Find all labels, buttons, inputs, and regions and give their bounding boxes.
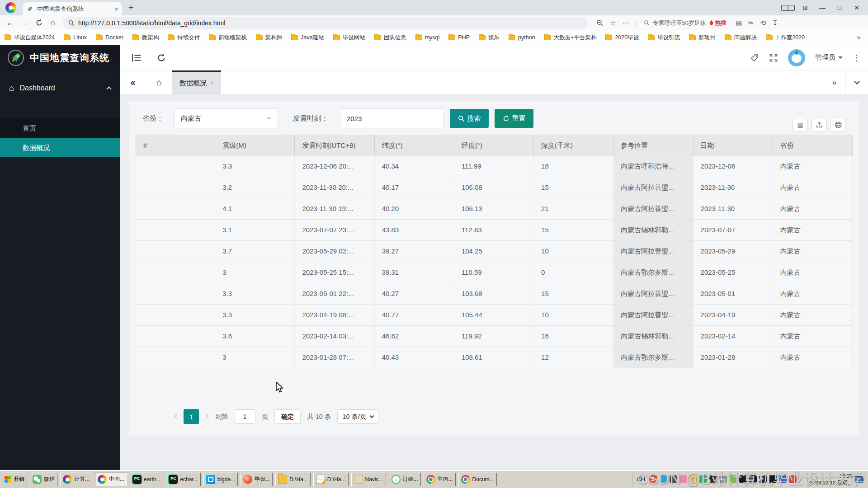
chip-icon[interactable]	[709, 475, 717, 483]
tabs-scroll-left-icon[interactable]: «	[120, 70, 146, 94]
sogou-s-icon[interactable]: S	[649, 475, 657, 483]
browser-tab[interactable]: 中国地震查询系统 ×	[23, 2, 122, 15]
hot-search[interactable]: 专家呼吁应50岁退休 热搜	[644, 19, 726, 27]
new-tab-button[interactable]: +	[128, 3, 133, 13]
bookmark-item[interactable]: 毕设网站	[333, 34, 365, 42]
fullscreen-icon[interactable]	[769, 53, 778, 62]
tabs-scroll-right-icon[interactable]: »	[823, 70, 845, 94]
reset-button[interactable]: 重置	[495, 109, 533, 128]
taskbar-app-navicat[interactable]: Navic...	[351, 473, 386, 486]
history-undo-icon[interactable]: ⟲	[760, 19, 766, 27]
download-icon[interactable]: ↧	[772, 19, 778, 27]
bookmark-item[interactable]: PHP	[448, 34, 470, 41]
security-shield-icon[interactable]	[779, 475, 787, 483]
bookmark-item[interactable]: 微架构	[132, 34, 159, 42]
monitor-icon[interactable]	[855, 476, 863, 483]
bookmark-item[interactable]: 问题解决	[725, 34, 757, 42]
current-page-button[interactable]: 1	[184, 409, 199, 424]
export-button[interactable]	[811, 118, 827, 131]
apps-grid-icon[interactable]: ▦	[736, 19, 742, 27]
prev-page-icon[interactable]: ‹	[174, 410, 177, 422]
table-row[interactable]: 3.1 2023-07-07 23:... 43.83 112.63 15 内蒙…	[136, 220, 853, 241]
phone-icon[interactable]	[670, 475, 677, 483]
column-header[interactable]: 纬度(°)	[375, 135, 454, 156]
reload-icon[interactable]	[35, 19, 43, 27]
qq-penguin-icon[interactable]	[749, 475, 757, 483]
sprout-icon[interactable]	[729, 475, 737, 483]
column-header[interactable]: 发震时刻(UTC+8)	[295, 135, 374, 156]
forward-icon[interactable]: →	[20, 18, 31, 28]
qq-penguin-icon[interactable]	[769, 475, 777, 483]
user-avatar[interactable]	[788, 49, 805, 66]
bookmark-star-icon[interactable]: ☆	[610, 19, 616, 27]
window-maximize-icon[interactable]: □	[833, 4, 846, 11]
bookmark-item[interactable]: Linux	[64, 34, 87, 41]
bookmarks-overflow-icon[interactable]: »	[854, 33, 863, 42]
taskbar-app-browser-1[interactable]: 计算...	[60, 473, 92, 486]
taskbar-app-wechat[interactable]: 微信	[30, 473, 57, 486]
column-header[interactable]: 震级(M)	[215, 135, 295, 156]
bookmark-item[interactable]: Java建站	[291, 34, 324, 42]
refresh-icon[interactable]	[157, 53, 166, 62]
table-row[interactable]: 3 2023-05-25 15:... 39.31 110.59 0 内蒙古鄂尔…	[136, 262, 853, 283]
bookmark-item[interactable]: 团队信息	[374, 34, 406, 42]
table-row[interactable]: 4.1 2023-11-30 19:... 40.20 106.13 21 内蒙…	[136, 198, 853, 220]
pink-app-icon[interactable]	[679, 475, 687, 483]
bookmark-item[interactable]: 持续交付	[168, 34, 200, 42]
back-icon[interactable]: ←	[5, 18, 15, 28]
window-info-icon[interactable]: i	[781, 4, 795, 11]
column-header[interactable]: 深度(千米)	[534, 135, 613, 156]
table-row[interactable]: 3 2023-01-28 07:... 40.43 108.61 12 内蒙古鄂…	[136, 347, 853, 368]
tab-organize-icon[interactable]: ⊞	[798, 4, 812, 11]
weather-drop-icon[interactable]	[660, 475, 667, 483]
print-button[interactable]	[830, 118, 846, 131]
column-header[interactable]: 参考位置	[613, 135, 693, 156]
kebab-menu-icon[interactable]: ⋮	[853, 53, 861, 63]
column-header[interactable]: 经度(°)	[454, 135, 534, 156]
screenshot-scissors-icon[interactable]: ✂	[748, 19, 754, 27]
user-menu[interactable]: 管理员	[815, 53, 843, 62]
time-input[interactable]: 2023	[340, 108, 444, 128]
table-row[interactable]: 3.7 2023-05-29 02:... 39.27 104.25 10 内蒙…	[136, 241, 853, 262]
bookmark-item[interactable]: 工作室2020	[766, 34, 805, 42]
tabs-menu-icon[interactable]	[845, 70, 868, 94]
column-header[interactable]: 日期	[693, 135, 773, 156]
tab-data-overview[interactable]: 数据概况 ×	[172, 70, 221, 94]
bookmark-item[interactable]: 毕设自媒体2024	[5, 34, 55, 42]
bookmark-item[interactable]: 2020毕设	[605, 34, 639, 42]
tab-close-icon[interactable]: ×	[210, 80, 214, 87]
input-method-indicator[interactable]: CH	[636, 476, 646, 483]
qq-penguin-icon[interactable]	[739, 475, 747, 483]
column-header[interactable]: 省份	[773, 135, 853, 156]
music-app-icon[interactable]	[689, 475, 697, 483]
taskbar-app-pycharm-2[interactable]: echar...	[166, 473, 200, 486]
taskbar-app-chrome-1[interactable]: 中国...	[424, 473, 456, 486]
usb-device-icon[interactable]	[719, 475, 727, 483]
more-menu-icon[interactable]: ⋯	[622, 19, 629, 27]
table-row[interactable]: 3.6 2023-02-14 03:... 46.62 119.92 16 内蒙…	[136, 326, 853, 347]
bookmark-item[interactable]: 前端框架栈	[209, 34, 247, 42]
taskbar-app-browser-active[interactable]: 中国...	[95, 473, 127, 486]
taskbar-app-qqmusic[interactable]: 订婚...	[389, 473, 421, 486]
columns-button[interactable]: ▦	[793, 118, 808, 131]
window-close-icon[interactable]: ✕	[850, 4, 863, 11]
table-row[interactable]: 3.3 2023-05-01 22:... 40.27 103.68 15 内蒙…	[136, 283, 853, 305]
sidebar-item-data-overview[interactable]: 数据概况	[0, 138, 120, 157]
sidebar-item-home[interactable]: 首页	[0, 118, 120, 138]
goto-page-input[interactable]: 1	[235, 409, 255, 424]
taskbar-app-pycharm-1[interactable]: earth...	[130, 473, 163, 486]
start-button[interactable]: 开始	[2, 473, 27, 486]
taskbar-app-bishe[interactable]: 毕设...	[241, 473, 273, 486]
goto-confirm-button[interactable]: 确定	[274, 409, 301, 424]
window-minimize-icon[interactable]: —	[816, 4, 829, 11]
bookmark-item[interactable]: python	[509, 34, 535, 41]
bookmark-item[interactable]: 架构师	[256, 34, 283, 42]
bookmark-item[interactable]: 毕设引流	[648, 34, 680, 42]
green-app-icon[interactable]	[699, 475, 707, 483]
page-size-select[interactable]: 10 条/页	[337, 409, 378, 424]
taskbar-clock[interactable]: 14:26 2023/12/12 星期二	[799, 473, 853, 486]
next-page-icon[interactable]: ›	[205, 410, 208, 422]
zoom-icon[interactable]	[596, 19, 604, 27]
sidebar-group-dashboard[interactable]: ⌂ Dashboard	[0, 77, 120, 99]
tab-home-icon[interactable]: ⌂	[146, 70, 172, 94]
